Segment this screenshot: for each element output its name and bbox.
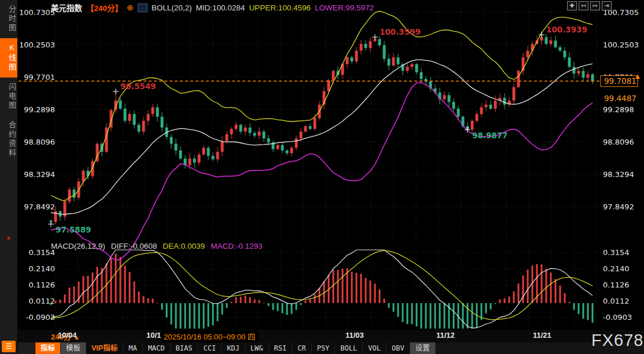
toolbar-button-PSY[interactable]: PSY	[312, 342, 336, 354]
time-axis: 240分▲ 10/0410/12411/0311/1211/21 2025/10…	[0, 330, 644, 342]
time-axis-label: 11/21	[533, 331, 551, 340]
toolbar-button-MA[interactable]: MA	[123, 342, 142, 354]
boll-upper-value: UPPER:100.4596	[249, 3, 311, 12]
zoom-out-icon[interactable]: ↤	[579, 1, 588, 10]
macd-diff-line	[51, 250, 593, 328]
toolbar-button-指标[interactable]: 指标	[35, 342, 61, 354]
chart-header: 美元指数 【240分】 ⊕ BOLL(20,2) MID:100.0284 UP…	[51, 2, 374, 13]
candlestick-chart[interactable]: 97.588999.5549100.359998.9877100.3939100…	[0, 0, 644, 330]
svg-text:98.9877: 98.9877	[472, 131, 508, 140]
macd-label: MACD(26,12,9)	[51, 242, 105, 250]
toolbar-button-模板[interactable]: 模板	[61, 342, 86, 354]
svg-text:100.3599: 100.3599	[380, 27, 421, 36]
boll-label: BOLL(20,2)	[152, 3, 192, 12]
chart-tool-icons: ✚↤↦⇥	[567, 1, 612, 10]
macd-macd-value: MACD:-0.1293	[211, 242, 262, 250]
boll-lower-value: LOWER:99.5972	[315, 3, 374, 12]
svg-text:99.2898: 99.2898	[24, 105, 55, 114]
svg-text:0.0112: 0.0112	[603, 297, 630, 305]
svg-text:100.7305: 100.7305	[19, 8, 55, 17]
watermark: FX678	[591, 331, 643, 350]
menu-icon[interactable]: ☰	[2, 341, 16, 352]
toolbar-button-VOL[interactable]: VOL	[363, 342, 387, 354]
sidebar: 分时图K线图闪电图合约资料☀☰	[0, 0, 18, 354]
current-price-tag: 99.708199.4487	[601, 74, 640, 104]
zoom-in-icon[interactable]: ↦	[590, 1, 600, 10]
toolbar-button-LW&[interactable]: LW&	[245, 342, 269, 354]
svg-text:98.8096: 98.8096	[603, 138, 634, 146]
toolbar-button-RSI[interactable]: RSI	[269, 342, 293, 354]
time-axis-label: 10/1	[146, 331, 161, 340]
sidebar-item-time-share[interactable]: 分时图	[0, 0, 17, 38]
svg-text:98.3294: 98.3294	[24, 170, 55, 179]
svg-text:99.4487: 99.4487	[604, 94, 636, 103]
macd-diff-value: DIFF:-0.0608	[111, 242, 157, 250]
svg-text:0.0112: 0.0112	[29, 297, 56, 305]
macd-header: MACD(26,12,9) DIFF:-0.0608 DEA:0.0039 MA…	[51, 242, 262, 250]
period-badge: 【240分】	[86, 2, 123, 13]
svg-text:99.2898: 99.2898	[603, 105, 634, 114]
svg-text:100.2503: 100.2503	[19, 40, 55, 49]
add-indicator-icon[interactable]: ⊕	[127, 3, 134, 12]
svg-text:100.2503: 100.2503	[603, 40, 639, 49]
boll-mid-value: MID:100.0284	[196, 3, 245, 12]
svg-text:100.3939: 100.3939	[546, 25, 587, 34]
sidebar-item-lightning[interactable]: 闪电图	[0, 78, 17, 116]
svg-text:99.5549: 99.5549	[120, 82, 156, 91]
chart-type-icon[interactable]	[138, 3, 148, 12]
svg-text:0.3154: 0.3154	[603, 248, 630, 257]
time-axis-label: 11/12	[436, 331, 455, 340]
svg-text:0.1126: 0.1126	[603, 281, 630, 289]
sidebar-item-contract-info[interactable]: 合约资料	[0, 116, 17, 163]
toolbar-button-OBV[interactable]: OBV	[387, 342, 410, 354]
bar-info-tooltip: 2025/10/16 05:00~09:00 四	[161, 330, 258, 342]
boll-upper-line	[51, 11, 593, 201]
svg-text:-0.0903: -0.0903	[603, 313, 632, 322]
svg-text:-0.0903: -0.0903	[26, 313, 55, 322]
svg-text:97.5889: 97.5889	[56, 225, 91, 234]
toolbar-button-CR[interactable]: CR	[292, 342, 311, 354]
toolbar-button-MACD[interactable]: MACD	[143, 342, 171, 354]
toolbar-button-BIAS[interactable]: BIAS	[171, 342, 198, 354]
main-chart-svg: 97.588999.5549100.359998.9877100.3939100…	[0, 0, 644, 330]
macd-dea-value: DEA:0.0039	[163, 242, 205, 250]
toolbar-button-BOLL[interactable]: BOLL	[335, 342, 363, 354]
indicator-toolbar: 指标模板VIP指标MAMACDBIASCCIKDJLW&RSICRPSYBOLL…	[17, 342, 644, 354]
time-axis-label: 10/04	[58, 331, 77, 340]
toolbar-button-VIP指标[interactable]: VIP指标	[86, 342, 123, 354]
svg-text:97.8492: 97.8492	[603, 202, 634, 211]
svg-text:98.3294: 98.3294	[603, 170, 634, 179]
alert-sun-icon[interactable]: ☀	[0, 235, 17, 242]
toolbar-button-设置[interactable]: 设置	[410, 342, 436, 354]
sidebar-item-kline[interactable]: K线图	[0, 38, 17, 78]
pan-right-icon[interactable]: ⇥	[602, 1, 612, 10]
svg-text:0.1126: 0.1126	[29, 281, 56, 289]
symbol-title: 美元指数	[51, 2, 82, 13]
svg-text:0.2140: 0.2140	[603, 264, 630, 273]
svg-text:99.7081: 99.7081	[604, 76, 636, 86]
crosshair-icon[interactable]: ✚	[567, 1, 577, 10]
time-axis-label: 11/03	[345, 331, 364, 340]
toolbar-button-KDJ[interactable]: KDJ	[222, 342, 245, 354]
toolbar-button-CCI[interactable]: CCI	[198, 342, 222, 354]
svg-text:0.2140: 0.2140	[29, 264, 56, 273]
svg-text:98.8096: 98.8096	[24, 138, 55, 146]
toolbar-spacer	[17, 342, 35, 354]
svg-text:99.7701: 99.7701	[24, 73, 55, 82]
svg-text:97.8492: 97.8492	[24, 202, 55, 211]
price-annotations: 97.588999.5549100.359998.9877100.3939	[48, 25, 587, 234]
